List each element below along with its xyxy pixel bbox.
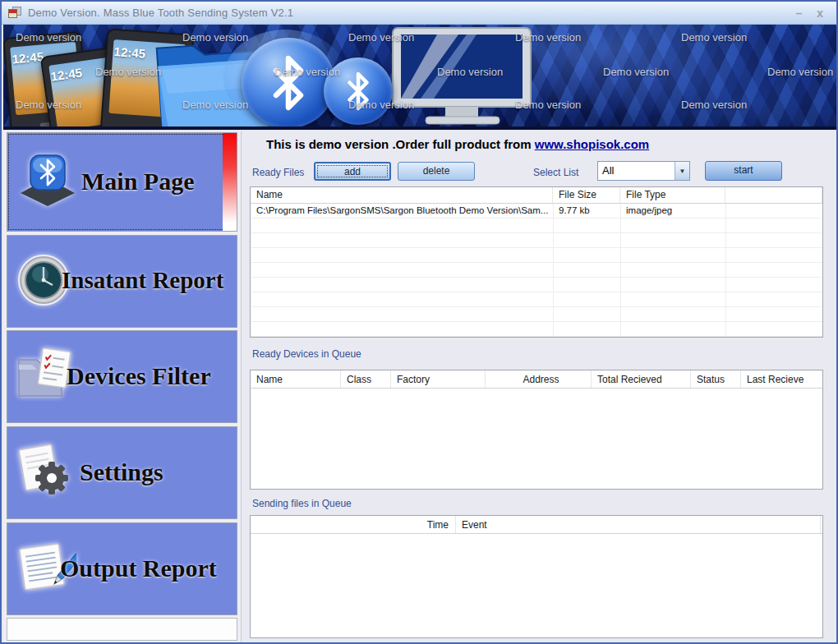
column-header[interactable]: Address (486, 370, 592, 388)
shop-link[interactable]: www.shopisok.com (535, 137, 649, 151)
sidebar-item-settings[interactable]: Settings (7, 426, 237, 519)
select-list-dropdown[interactable]: All ▼ (597, 161, 690, 181)
table-body: C:\Program Files\SargonSMS\Sargon Blueto… (251, 204, 822, 337)
sidebar-item-devices-filter[interactable]: Devices Filter (7, 330, 237, 423)
table-row[interactable]: C:\Program Files\SargonSMS\Sargon Blueto… (251, 204, 822, 218)
column-header[interactable] (725, 187, 822, 203)
start-button[interactable]: start (705, 161, 782, 181)
titlebar: Demo Version. Mass Blue Tooth Sending Sy… (2, 2, 836, 25)
demo-watermark: Demo version (182, 31, 248, 44)
column-header[interactable]: Status (691, 370, 741, 388)
table-cell: 9.77 kb (553, 204, 620, 218)
ready-devices-label: Ready Devices in Queue (252, 348, 361, 360)
sidebar-item-label: Settings (80, 458, 163, 485)
sidebar-item-output-report[interactable]: Output Report (7, 522, 237, 615)
demo-watermark: Demo version (515, 31, 581, 44)
ready-devices-table: NameClassFactoryAddressTotal RecievedSta… (250, 370, 823, 490)
demo-watermark: Demo version (348, 99, 414, 111)
column-header[interactable] (826, 370, 838, 388)
add-button[interactable]: add (314, 162, 391, 181)
select-list-value: All (598, 162, 675, 180)
gear-paper-icon (16, 442, 76, 504)
demo-watermark: Demo version (437, 66, 503, 78)
demo-watermark: Demo version (515, 99, 581, 111)
banner: 12:45 12:45 12:45 (3, 25, 836, 130)
column-header[interactable]: Factory (391, 370, 486, 388)
demo-watermark: Demo version (767, 66, 833, 78)
demo-watermark: Demo version (182, 99, 248, 111)
chevron-down-icon: ▼ (679, 168, 686, 175)
column-header[interactable]: Time (251, 516, 456, 533)
demo-watermark: Demo version (603, 66, 669, 78)
bluetooth-icon (16, 154, 80, 211)
column-header[interactable]: File Type (620, 187, 725, 203)
demo-notice: This is demo version .Order full product… (266, 137, 649, 151)
app-window: Demo Version. Mass Blue Tooth Sending Sy… (0, 0, 838, 644)
table-header-row: NameClassFactoryAddressTotal RecievedSta… (251, 370, 822, 389)
sending-files-table: TimeEvent (250, 515, 823, 638)
table-cell: image/jpeg (620, 204, 725, 218)
table-header-row: TimeEvent (251, 516, 822, 534)
demo-watermark: Demo version (16, 31, 81, 44)
column-header[interactable]: Event (456, 516, 821, 533)
sidebar-item-label: Insatant Report (62, 267, 223, 294)
table-cell: C:\Program Files\SargonSMS\Sargon Blueto… (251, 204, 553, 218)
demo-watermark: Demo version (95, 66, 161, 78)
window-title: Demo Version. Mass Blue Tooth Sending Sy… (28, 7, 293, 19)
table-header-row: NameFile SizeFile Type (251, 187, 822, 204)
column-header[interactable]: Name (251, 370, 341, 388)
demo-watermark: Demo version (16, 99, 81, 111)
column-header[interactable]: Total Recieved (592, 370, 691, 388)
demo-notice-text: This is demo version .Order full product… (266, 137, 535, 151)
demo-watermark: Demo version (681, 31, 747, 44)
close-button[interactable]: x (817, 7, 823, 19)
column-header[interactable]: Class (341, 370, 391, 388)
app-icon (8, 7, 21, 19)
table-cell (725, 204, 822, 218)
sidebar: Main Page Insatant Report (3, 131, 242, 642)
ready-files-table: NameFile SizeFile Type C:\Program Files\… (250, 186, 823, 338)
select-list-label: Select List (533, 167, 578, 178)
column-header[interactable]: File Size (553, 187, 620, 203)
sidebar-item-label: Main Page (81, 167, 194, 195)
dropdown-arrow-button[interactable]: ▼ (675, 162, 689, 180)
minimize-button[interactable]: – (795, 7, 802, 19)
red-gradient-strip (223, 133, 237, 231)
sidebar-item-insatant-report[interactable]: Insatant Report (7, 235, 237, 328)
column-header[interactable]: Name (251, 187, 553, 203)
sidebar-item-label: Output Report (60, 554, 217, 582)
delete-button[interactable]: delete (398, 162, 475, 181)
sidebar-item-main-page[interactable]: Main Page (7, 132, 237, 232)
demo-watermark: Demo version (681, 99, 747, 111)
ready-files-label: Ready Files (252, 167, 304, 178)
sending-files-label: Sending files in Queue (252, 498, 352, 509)
main-content: This is demo version .Order full product… (242, 131, 836, 642)
sidebar-footer-panel (7, 618, 237, 641)
demo-watermark: Demo version (348, 31, 414, 44)
bluetooth-logo (242, 38, 335, 128)
sidebar-item-label: Devices Filter (67, 361, 211, 389)
column-header[interactable]: Last Recieve (741, 370, 826, 388)
demo-watermark: Demo version (274, 66, 340, 78)
